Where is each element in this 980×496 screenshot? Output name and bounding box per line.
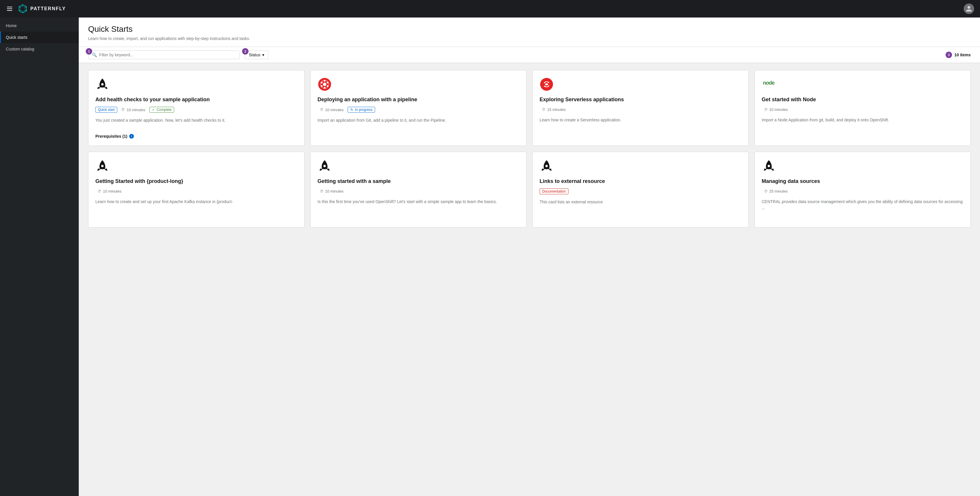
card-title: Add health checks to your sample applica… (95, 96, 297, 103)
svg-point-10 (323, 83, 326, 86)
card-badges: ⏱10 minutes (318, 188, 519, 194)
badge-time: ⏱10 minutes (318, 188, 346, 194)
sidebar-item-quick-starts-label: Quick starts (6, 35, 27, 40)
main-content: Quick Starts Learn how to create, import… (79, 18, 980, 496)
sidebar-item-home-label: Home (6, 23, 17, 28)
card-description: Learn how to create and set up your firs… (95, 199, 297, 220)
top-nav: PATTERNFLY (0, 0, 980, 18)
card-description: Import a Node Application from git, buil… (762, 117, 964, 139)
card-icon (318, 159, 332, 173)
card-badges: Documentation (539, 188, 741, 194)
svg-marker-1 (21, 6, 25, 11)
sidebar-item-quick-starts[interactable]: Quick starts (0, 32, 79, 43)
card-badges: ⏱10 minutes↻In progress (318, 107, 519, 113)
tour-badge-1: 1 (86, 48, 92, 54)
badge-complete: ✓Complete (150, 107, 174, 113)
badge-time: ⏱10 minutes (762, 107, 791, 112)
card-icon: node · · · (762, 77, 776, 91)
card-icon (762, 159, 776, 173)
card-icon (318, 77, 332, 91)
card-badges: ⏱10 minutes (762, 107, 964, 112)
badge-time: ⏱10 minutes (95, 188, 124, 194)
card-title: Managing data sources (762, 178, 964, 185)
user-avatar[interactable] (964, 3, 974, 14)
card-badges: ⏱10 minutes (95, 188, 297, 194)
svg-rect-18 (545, 83, 548, 85)
svg-point-20 (323, 165, 326, 167)
status-area: 2 Status ▾ (244, 51, 269, 59)
tour-badge-2: 2 (242, 48, 248, 54)
card-description: This card lists an external resource (539, 199, 741, 220)
card-description: Learn how to create a Serverless applica… (539, 117, 741, 139)
card-title: Getting Started with {product-long} (95, 178, 297, 185)
tour-badge-3: 3 (946, 52, 952, 58)
sidebar-item-custom-catalog[interactable]: Custom catalog (0, 43, 79, 55)
card-title: Links to external resource (539, 178, 741, 185)
card-badges: ⏱15 minutes (539, 107, 741, 112)
card-icon (539, 77, 554, 91)
cards-container: Add health checks to your sample applica… (88, 63, 970, 228)
sidebar-item-custom-catalog-label: Custom catalog (6, 47, 34, 51)
badge-time: ⏱10 minutes (119, 107, 148, 113)
brand-name: PATTERNFLY (30, 6, 66, 11)
page-title: Quick Starts (88, 24, 970, 34)
search-icon: 🔍 (92, 53, 97, 57)
status-chevron-icon: ▾ (262, 53, 264, 57)
card-badges: Quick start⏱10 minutes✓Complete (95, 107, 297, 113)
card-description: CENTRAL provides data source management … (762, 199, 964, 220)
card-icon (539, 159, 554, 173)
sidebar: Home Quick starts Custom catalog (0, 18, 79, 496)
card-sample-app[interactable]: Getting started with a sample ⏱10 minute… (310, 152, 527, 228)
status-label: Status (249, 53, 261, 57)
card-icon (95, 77, 110, 91)
card-data-sources[interactable]: Managing data sources ⏱25 minutes CENTRA… (754, 152, 971, 228)
card-description: Import an application from Git, add a pi… (318, 117, 519, 139)
hamburger-menu[interactable] (6, 6, 13, 12)
card-title: Getting started with a sample (318, 178, 519, 185)
card-badges: ⏱25 minutes (762, 188, 964, 194)
cards-grid: Add health checks to your sample applica… (88, 70, 970, 228)
card-product-long[interactable]: Getting Started with {product-long} ⏱10 … (88, 152, 304, 228)
badge-outline: Quick start (95, 107, 117, 113)
card-external-resource[interactable]: Links to external resource Documentation… (532, 152, 749, 228)
svg-point-12 (327, 82, 328, 83)
svg-point-8 (101, 83, 103, 86)
toolbar: 1 🔍 2 Status ▾ 3 10 items (79, 47, 980, 63)
items-count-area: 3 10 items (946, 52, 970, 58)
info-icon: i (129, 134, 134, 139)
svg-point-14 (324, 87, 326, 89)
search-input[interactable] (99, 53, 236, 57)
card-title: Get started with Node (762, 96, 964, 103)
card-serverless[interactable]: Exploring Serverless applications ⏱15 mi… (532, 70, 749, 146)
card-description: You just created a sample application. N… (95, 117, 297, 131)
card-title: Exploring Serverless applications (539, 96, 741, 103)
svg-point-13 (327, 85, 328, 87)
badge-time: ⏱25 minutes (762, 188, 791, 194)
search-area: 1 🔍 (88, 51, 240, 59)
badge-time: ⏱10 minutes (318, 107, 346, 113)
badge-time: ⏱15 minutes (539, 107, 568, 112)
svg-point-11 (324, 80, 326, 82)
card-description: Is this the first time you've used OpenS… (318, 199, 519, 220)
svg-point-19 (101, 165, 103, 167)
svg-point-15 (321, 85, 323, 87)
brand: PATTERNFLY (18, 4, 66, 13)
svg-point-21 (546, 165, 548, 167)
sidebar-item-home[interactable]: Home (0, 20, 79, 32)
card-title: Deploying an application with a pipeline (318, 96, 519, 103)
badge-documentation: Documentation (539, 188, 568, 194)
page-subtitle: Learn how to create, import, and run app… (88, 36, 970, 41)
badge-in-progress: ↻In progress (348, 107, 375, 113)
card-prereqs: Prerequisites (1) i (95, 134, 297, 139)
card-health-checks[interactable]: Add health checks to your sample applica… (88, 70, 304, 146)
search-box: 🔍 (88, 51, 240, 59)
card-icon (95, 159, 110, 173)
brand-logo-icon (18, 4, 27, 13)
svg-point-22 (768, 165, 770, 167)
card-nodejs[interactable]: node · · · Get started with Node ⏱10 min… (754, 70, 971, 146)
items-count: 10 items (955, 53, 970, 57)
page-header: Quick Starts Learn how to create, import… (79, 18, 980, 63)
card-deploy-pipeline[interactable]: Deploying an application with a pipeline… (310, 70, 527, 146)
svg-point-16 (321, 82, 323, 83)
